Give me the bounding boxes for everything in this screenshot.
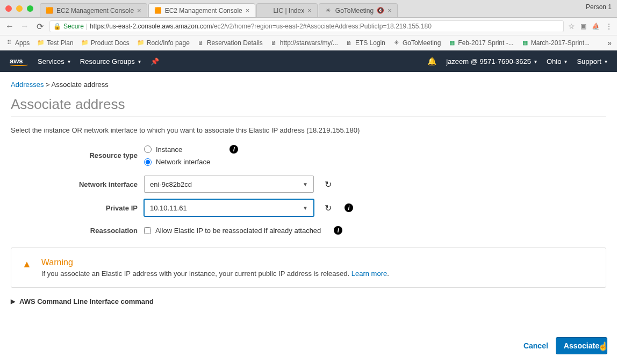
minimize-window-button[interactable] [16, 5, 23, 12]
network-interface-label: Network interface [11, 180, 138, 188]
info-icon[interactable]: i [345, 203, 353, 212]
close-tab-icon[interactable]: × [246, 6, 250, 14]
private-ip-select[interactable]: 10.10.11.61 ▼ [144, 199, 314, 216]
url-field[interactable]: 🔒 Secure | https://us-east-2.console.aws… [49, 20, 564, 32]
browser-tab[interactable]: 🟧 EC2 Management Console × [40, 3, 147, 17]
sheets-icon: ▦ [521, 39, 529, 47]
breadcrumb-parent-link[interactable]: Addresses [11, 81, 44, 89]
resource-type-network-interface-radio[interactable]: Network interface [144, 158, 238, 166]
chevron-down-icon: ▾ [68, 59, 70, 64]
menu-icon[interactable]: ⋮ [605, 22, 613, 31]
maximize-window-button[interactable] [27, 5, 33, 12]
forward-button[interactable]: → [19, 21, 30, 31]
bookmark-link[interactable]: 🗎Reservation Details [197, 39, 263, 47]
radio-input[interactable] [144, 145, 152, 153]
footer-actions: Cancel Associate ☝ [523, 337, 607, 354]
cancel-button[interactable]: Cancel [523, 341, 548, 350]
account-menu[interactable]: jazeem @ 9571-7690-3625▾ [446, 57, 537, 65]
close-window-button[interactable] [5, 5, 12, 12]
network-interface-select[interactable]: eni-9c82b2cd ▼ [144, 176, 314, 193]
window-titlebar: 🟧 EC2 Management Console × 🟧 EC2 Managem… [0, 0, 617, 18]
divider [11, 116, 606, 117]
bookmark-folder[interactable]: 📁Test Plan [37, 39, 73, 47]
page-icon: 🗎 [197, 39, 205, 47]
secure-label: Secure [63, 23, 84, 30]
bookmarks-overflow-icon[interactable]: » [607, 39, 612, 47]
chevron-down-icon: ▾ [138, 59, 141, 64]
refresh-icon[interactable]: ↻ [325, 203, 332, 213]
associate-button[interactable]: Associate ☝ [556, 337, 607, 354]
chevron-down-icon: ▼ [303, 181, 308, 187]
extension-icon[interactable]: ⛵ [592, 23, 600, 30]
chevron-right-icon: ▶ [11, 298, 15, 305]
bookmark-link[interactable]: 🗎ETS Login [346, 39, 385, 47]
support-menu[interactable]: Support▾ [577, 57, 607, 65]
bookmarks-bar: ⠿Apps 📁Test Plan 📁Product Docs 📁Rock/inf… [0, 35, 617, 50]
close-tab-icon[interactable]: × [137, 6, 141, 14]
aws-logo[interactable]: aws [10, 57, 28, 66]
folder-icon: 📁 [81, 39, 89, 47]
chevron-down-icon: ▾ [605, 59, 607, 64]
private-ip-value: 10.10.11.61 [150, 204, 187, 212]
private-ip-label: Private IP [11, 204, 138, 212]
tab-title: GoToMeeting [335, 7, 374, 14]
bookmark-folder[interactable]: 📁Rock/info page [137, 39, 190, 47]
checkbox-input[interactable] [144, 227, 151, 234]
lock-icon: 🔒 [53, 23, 61, 30]
bookmark-link[interactable]: ▦Feb-2017 Sprint -... [448, 39, 513, 47]
gotomeeting-favicon-icon: ✳ [325, 7, 332, 14]
cursor-icon: ☝ [598, 341, 608, 351]
tab-title: EC2 Management Console [165, 7, 242, 14]
url-text: https://us-east-2.console.aws.amazon.com… [90, 23, 432, 30]
folder-icon: 📁 [137, 39, 145, 47]
close-tab-icon[interactable]: × [388, 6, 392, 14]
apps-icon: ⠿ [5, 39, 13, 47]
page-icon: 🗎 [270, 39, 278, 47]
page-icon: 🗎 [346, 39, 353, 47]
breadcrumb: Addresses > Associate address [11, 81, 606, 89]
gotomeeting-icon: ✳ [393, 39, 400, 47]
browser-tabs: 🟧 EC2 Management Console × 🟧 EC2 Managem… [40, 0, 617, 17]
reassociation-label: Reassociation [11, 227, 138, 235]
reload-button[interactable]: ⟳ [34, 21, 45, 32]
resource-type-instance-radio[interactable]: Instance i [144, 145, 238, 154]
services-menu[interactable]: Services▾ [38, 57, 70, 65]
extension-icon[interactable]: ▣ [580, 23, 586, 30]
back-button[interactable]: ← [4, 21, 15, 31]
star-icon[interactable]: ☆ [568, 22, 575, 31]
folder-icon: 📁 [37, 39, 45, 47]
notifications-icon[interactable]: 🔔 [427, 57, 436, 65]
close-tab-icon[interactable]: × [307, 6, 312, 14]
browser-tab[interactable]: ✳ GoToMeeting 🔇 × [319, 3, 398, 17]
info-icon[interactable]: i [229, 145, 238, 154]
aws-global-nav: aws Services▾ Resource Groups▾ 📌 🔔 jazee… [0, 50, 617, 72]
bookmark-link[interactable]: ✳GoToMeeting [393, 39, 441, 47]
info-icon[interactable]: i [334, 226, 342, 235]
bookmark-link[interactable]: 🗎http://starwars/my/... [270, 39, 338, 47]
intro-text: Select the instance OR network interface… [11, 126, 606, 134]
page-content: Addresses > Associate address Associate … [0, 72, 617, 305]
address-bar: ← → ⟳ 🔒 Secure | https://us-east-2.conso… [0, 18, 617, 35]
radio-input[interactable] [144, 158, 152, 166]
page-title: Associate address [11, 96, 606, 113]
resource-groups-menu[interactable]: Resource Groups▾ [80, 57, 141, 65]
breadcrumb-current: Associate address [52, 81, 109, 89]
sheets-icon: ▦ [448, 39, 456, 47]
chevron-down-icon: ▾ [564, 59, 567, 64]
region-menu[interactable]: Ohio▾ [547, 57, 567, 65]
warning-box: ▲ Warning If you associate an Elastic IP… [11, 247, 606, 288]
bookmark-folder[interactable]: 📁Product Docs [81, 39, 130, 47]
learn-more-link[interactable]: Learn more [351, 270, 387, 278]
traffic-lights [0, 5, 33, 12]
profile-label[interactable]: Person 1 [586, 3, 612, 11]
browser-tab[interactable]: LIC | Index × [256, 3, 317, 17]
apps-bookmark[interactable]: ⠿Apps [5, 39, 30, 47]
bookmark-link[interactable]: ▦March-2017-Sprint... [521, 39, 590, 47]
browser-tab[interactable]: 🟧 EC2 Management Console × [148, 3, 256, 17]
reassociation-checkbox[interactable]: Allow Elastic IP to be reassociated if a… [144, 227, 321, 235]
refresh-icon[interactable]: ↻ [325, 179, 332, 190]
cli-command-expander[interactable]: ▶ AWS Command Line Interface command [11, 297, 606, 305]
warning-icon: ▲ [22, 258, 32, 270]
pin-icon[interactable]: 📌 [150, 57, 159, 65]
mute-tab-icon[interactable]: 🔇 [377, 7, 384, 14]
